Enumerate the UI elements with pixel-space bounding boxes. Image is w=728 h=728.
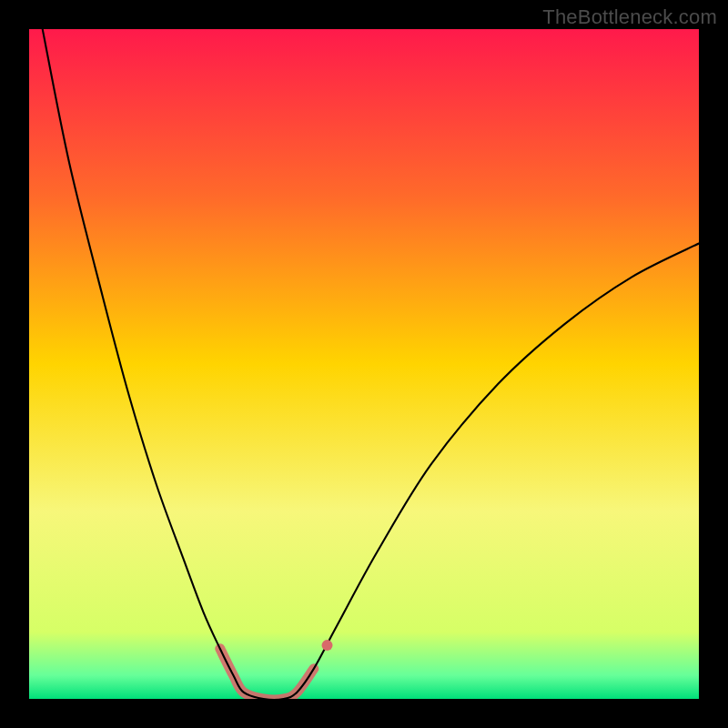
plot-area [29, 29, 699, 699]
watermark-text: TheBottleneck.com [542, 5, 717, 29]
chart-frame: TheBottleneck.com [0, 0, 728, 728]
chart-svg [29, 29, 699, 699]
highlight-marker-dot [322, 640, 333, 651]
gradient-background [29, 29, 699, 699]
